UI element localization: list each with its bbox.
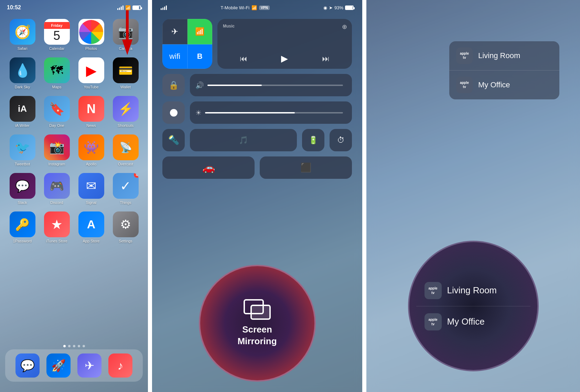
dock-spark[interactable]: ✈: [77, 353, 101, 378]
airplay-item-myoffice[interactable]: appletv My Office: [449, 70, 559, 99]
app-item-iawriter[interactable]: iA iA Writer: [7, 96, 38, 128]
dot-3: [73, 345, 75, 347]
app-item-shortcuts[interactable]: ⚡ Shortcuts: [110, 96, 141, 128]
qr-scanner-button[interactable]: ⬛: [260, 156, 352, 179]
connectivity-block[interactable]: ✈ 📶 wifi B: [162, 19, 212, 69]
app-item-itunes[interactable]: ★ iTunes Store: [41, 211, 72, 243]
iphone-home-screen: 10:52 📶 🧭 Safari: [0, 0, 148, 392]
app-item-instagram[interactable]: 📸 Instagram: [41, 134, 72, 166]
rewind-button[interactable]: ⏮: [240, 54, 247, 63]
screen-mirroring-icon: [244, 299, 271, 320]
app-item-overcast[interactable]: 📡 Overcast: [110, 134, 141, 166]
airplay-selector-screen: appletv Living Room appletv My Office ap…: [366, 0, 580, 392]
app-item-tweetbot[interactable]: 🐦 Tweetbot: [7, 134, 38, 166]
fast-forward-button[interactable]: ⏭: [322, 54, 330, 63]
dot-2: [68, 345, 71, 347]
volume-bar[interactable]: [207, 85, 343, 86]
dock: 💬 🚀 ✈ ♪: [5, 349, 143, 382]
svg-rect-1: [251, 305, 270, 319]
photos-icon: [78, 19, 104, 45]
cc-row-2: 🔒 🔊: [162, 74, 352, 96]
app-item-settings[interactable]: ⚙ Settings: [110, 211, 141, 243]
cc-row-3: ☀: [162, 101, 352, 124]
app-item-signal[interactable]: ✉ Signal: [76, 173, 107, 205]
slack-label: Slack: [18, 200, 27, 205]
wifi-button[interactable]: wifi: [162, 44, 187, 69]
calendar-icon: Friday 5: [44, 19, 70, 45]
apollo-label: Apollo: [86, 162, 97, 166]
timer-button[interactable]: ⏱: [330, 129, 352, 151]
portrait-lock-button[interactable]: 🔒: [162, 74, 185, 96]
screen-record-button[interactable]: [162, 101, 185, 124]
slack-icon: 💬: [10, 173, 35, 199]
airplay-popup: appletv Living Room appletv My Office: [449, 41, 559, 99]
app-item-calendar[interactable]: Friday 5 Calendar: [41, 19, 72, 51]
rocketship-dock-icon: 🚀: [46, 353, 71, 378]
brightness-slider[interactable]: ☀: [190, 101, 352, 124]
play-button[interactable]: ▶: [281, 53, 288, 64]
dock-rocketship[interactable]: 🚀: [46, 353, 71, 378]
iawriter-icon: iA: [10, 96, 35, 122]
app-item-wallet[interactable]: 💳 Wallet: [110, 57, 141, 89]
control-center-screen: T-Mobile Wi-Fi 📶 VPN ◉ ➤ 93% ✈: [150, 0, 364, 392]
dock-music[interactable]: ♪: [108, 353, 132, 378]
carplay-button[interactable]: 🚗: [162, 156, 255, 179]
apollo-icon: 👾: [78, 134, 104, 160]
appletv-icon-2: appletv: [456, 77, 473, 93]
signal-icon: [117, 5, 123, 10]
volume-slider[interactable]: 🔊: [190, 74, 352, 96]
app-item-maps[interactable]: 🗺 Maps: [41, 57, 72, 89]
iawriter-label: iA Writer: [15, 123, 29, 128]
dot-1: [63, 345, 66, 347]
battery-icon: [132, 6, 141, 10]
airplay-circle-living-room: Living Room: [447, 285, 497, 296]
airplay-circle-item-1[interactable]: appletv Living Room: [416, 275, 530, 306]
airplay-circle-content: appletv Living Room appletv My Office: [409, 268, 537, 344]
appletv-icon-1: appletv: [456, 47, 473, 64]
cellular-button[interactable]: 📶: [187, 19, 213, 44]
app-item-darksky[interactable]: 💧 Dark Sky: [7, 57, 38, 89]
brightness-bar[interactable]: [205, 112, 343, 113]
app-item-photos[interactable]: Photos: [76, 19, 107, 51]
carrier-info: T-Mobile Wi-Fi 📶 VPN: [221, 5, 269, 10]
music-recognition-button[interactable]: 🎵: [190, 129, 297, 151]
music-source-label: Music: [223, 24, 346, 29]
music-player-tile[interactable]: Music ⊕ ⏮ ▶ ⏭: [217, 19, 352, 69]
overcast-label: Overcast: [118, 162, 133, 166]
app-item-youtube[interactable]: ▶ YouTube: [76, 57, 107, 89]
airplay-item-livingroom[interactable]: appletv Living Room: [449, 41, 559, 70]
flashlight-button[interactable]: 🔦: [162, 129, 185, 151]
app-item-discord[interactable]: 🎮 Discord: [41, 173, 72, 205]
appstore-label: App Store: [83, 239, 100, 243]
wallet-label: Wallet: [120, 85, 131, 89]
bluetooth-button[interactable]: B: [187, 44, 213, 69]
youtube-label: YouTube: [84, 85, 98, 89]
airplay-circle-item-2[interactable]: appletv My Office: [416, 306, 530, 337]
cc-row-4: 🔦 🎵 🔋 ⏱: [162, 129, 352, 151]
overcast-icon: 📡: [113, 134, 139, 160]
darksky-label: Dark Sky: [15, 85, 30, 89]
app-item-news[interactable]: N News: [76, 96, 107, 128]
settings-label: Settings: [119, 239, 132, 243]
signal-label: Signal: [86, 200, 97, 205]
app-item-safari[interactable]: 🧭 Safari: [7, 19, 38, 51]
battery-widget[interactable]: 🔋: [302, 129, 324, 151]
screen-mirroring-circle[interactable]: ScreenMirroring: [199, 265, 316, 382]
airplay-circle[interactable]: appletv Living Room appletv My Office: [408, 241, 539, 371]
airplane-mode-button[interactable]: ✈: [162, 19, 187, 44]
things-label: Things: [120, 200, 131, 205]
app-item-dayone[interactable]: 🔖 Day One: [41, 96, 72, 128]
app-item-things[interactable]: ✓ 4 Things: [110, 173, 141, 205]
airplay-button[interactable]: ⊕: [342, 23, 347, 31]
dayone-label: Day One: [49, 123, 64, 128]
app-item-slack[interactable]: 💬 Slack: [7, 173, 38, 205]
photos-label: Photos: [85, 46, 97, 51]
app-item-appstore[interactable]: A App Store: [76, 211, 107, 243]
app-item-apollo[interactable]: 👾 Apollo: [76, 134, 107, 166]
dock-messages[interactable]: 💬: [15, 353, 40, 378]
brightness-icon: ☀: [195, 109, 202, 117]
signal-app-icon: ✉: [78, 173, 104, 199]
app-item-1password[interactable]: 🔑 1Password: [7, 211, 38, 243]
airplay-circle-my-office: My Office: [447, 316, 485, 327]
calendar-label: Calendar: [49, 46, 65, 51]
